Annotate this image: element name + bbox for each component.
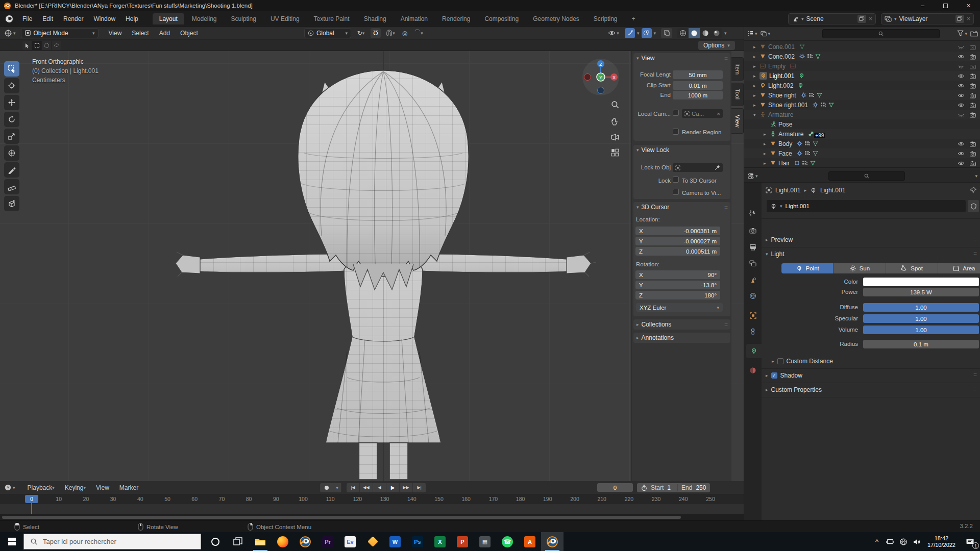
outliner-row-pose-8[interactable]: Pose — [744, 119, 980, 129]
mode-dropdown[interactable]: Object Mode ▾ — [21, 28, 99, 38]
properties-options-dropdown[interactable]: ▾ — [975, 173, 977, 179]
properties-tab-tool[interactable] — [744, 206, 762, 220]
clear-camera-icon[interactable]: × — [717, 111, 720, 117]
disable-in-renders-icon[interactable] — [969, 54, 976, 60]
tool-cursor-icon[interactable] — [4, 78, 19, 93]
viewport-canvas[interactable]: Front Orthographic (0) Collection | Ligh… — [0, 51, 744, 481]
jump-to-start-button[interactable]: |◀ — [347, 483, 360, 492]
taskbar-app-orange-app[interactable]: A — [519, 532, 541, 551]
expand-icon[interactable]: ▸ — [753, 44, 760, 49]
workspace-tab-animation[interactable]: Animation — [394, 13, 434, 24]
cursor-location-z[interactable]: Z0.000511 m — [635, 247, 720, 256]
taskbar-search-input[interactable]: Taper ici pour rechercher — [23, 534, 201, 549]
taskbar-app-blender-active[interactable] — [541, 532, 564, 551]
properties-tab-output[interactable] — [744, 240, 762, 254]
unlink-scene-icon[interactable]: × — [869, 15, 872, 22]
outliner-row-hair-12[interactable]: ▸Hair — [744, 158, 980, 168]
properties-tab-render[interactable] — [744, 223, 762, 238]
viewlayer-selector[interactable]: ▾ ViewLayer × — [881, 13, 974, 24]
tray-chevron-icon[interactable]: ^ — [870, 532, 884, 551]
menu-window[interactable]: Window — [88, 15, 120, 22]
current-frame-field[interactable]: 0 — [597, 483, 633, 492]
outliner-row-armature-9[interactable]: ▸Armature+99 — [744, 129, 980, 139]
options-dropdown[interactable]: Options▾ — [698, 41, 735, 50]
timeline-menu-view[interactable]: View — [91, 484, 114, 491]
expand-icon[interactable]: ▸ — [753, 73, 760, 79]
outliner-editor-type-button[interactable]: ▾ — [747, 30, 757, 37]
tray-network-icon[interactable] — [897, 532, 910, 551]
new-collection-button[interactable] — [970, 30, 978, 37]
breadcrumb-object[interactable]: Light.001 — [775, 187, 800, 194]
taskbar-clock[interactable]: 18:42 17/10/2022 — [923, 535, 960, 548]
workspace-tab-rendering[interactable]: Rendering — [435, 13, 477, 24]
scene-selector[interactable]: ▾ Scene × — [788, 13, 876, 24]
outliner-row-shoe-right-5[interactable]: ▸Shoe right — [744, 90, 980, 100]
hide-in-viewport-icon[interactable] — [958, 151, 965, 156]
taskbar-app-file-explorer[interactable] — [249, 532, 272, 551]
properties-tab-object[interactable] — [744, 308, 762, 322]
tool-rotate-icon[interactable] — [4, 112, 19, 127]
breadcrumb-data[interactable]: Light.001 — [820, 187, 845, 194]
cursor-rotation-y[interactable]: Y-13.8° — [635, 281, 720, 289]
lock-to-object-field[interactable] — [673, 163, 723, 172]
light-type-spot[interactable]: Spot — [886, 263, 938, 273]
properties-tab-texture[interactable] — [744, 363, 762, 378]
scrollbar-handle[interactable] — [2, 516, 681, 519]
clip-end-field[interactable]: 1000 m — [673, 91, 723, 99]
local-camera-field[interactable]: Ca... × — [682, 109, 723, 118]
gizmos-dropdown[interactable]: ▾ — [637, 31, 640, 36]
expand-icon[interactable]: ▸ — [753, 64, 760, 69]
outliner-row-body-10[interactable]: ▸Body — [744, 139, 980, 148]
cursor-location-x[interactable]: X-0.000381 m — [635, 227, 720, 235]
previous-keyframe-button[interactable]: ◀◀ — [360, 483, 373, 492]
local-camera-checkbox[interactable] — [673, 110, 679, 116]
hidden-in-viewport-icon[interactable] — [958, 44, 965, 49]
hide-in-viewport-icon[interactable] — [958, 83, 965, 88]
taskbar-app-cortana[interactable] — [204, 532, 227, 551]
playhead[interactable]: 0 — [25, 495, 38, 503]
pivot-point-dropdown[interactable]: ↻▾ — [353, 28, 369, 38]
properties-tab-world[interactable] — [744, 289, 762, 303]
cursor-rotation-x[interactable]: X90° — [635, 270, 720, 279]
tool-scale-icon[interactable] — [4, 129, 19, 144]
next-keyframe-button[interactable]: ▶▶ — [400, 483, 413, 492]
taskbar-app-yellow-app[interactable] — [361, 532, 384, 551]
tray-device-icon[interactable] — [884, 532, 897, 551]
play-reverse-button[interactable]: ◀ — [373, 483, 386, 492]
sidebar-tab-tool[interactable]: Tool — [731, 83, 744, 106]
proportional-editing-toggle[interactable]: ◎ — [400, 28, 409, 38]
timeline-ruler[interactable]: 0102030405060708090100110120130140150160… — [0, 494, 744, 504]
new-viewlayer-icon[interactable] — [955, 15, 964, 23]
tool-measure-icon[interactable] — [4, 179, 19, 194]
outliner-row-light-002-4[interactable]: ▸Light.002 — [744, 81, 980, 90]
properties-tab-light-data[interactable] — [746, 344, 762, 358]
workspace-tab-layout[interactable]: Layout — [153, 13, 184, 24]
workspace-tab-scripting[interactable]: Scripting — [587, 13, 624, 24]
disable-in-renders-icon[interactable] — [969, 112, 976, 118]
disable-in-renders-icon[interactable] — [969, 92, 976, 98]
shading-material-button[interactable] — [700, 28, 711, 38]
taskbar-app-excel[interactable]: X — [429, 532, 451, 551]
shadow-checkbox[interactable]: ✓ — [771, 372, 777, 379]
view-lock-header[interactable]: ▾View Lock — [633, 145, 730, 155]
properties-tab-view-layer[interactable] — [744, 256, 762, 270]
workspace-tab-sculpting[interactable]: Sculpting — [225, 13, 263, 24]
select-tweak-mode[interactable] — [22, 41, 32, 50]
expand-icon[interactable]: ▸ — [764, 132, 770, 137]
outliner-filter-button[interactable]: ▾ — [957, 30, 967, 37]
stopwatch-icon[interactable] — [641, 485, 647, 491]
workspace-tab-compositing[interactable]: Compositing — [478, 13, 525, 24]
disable-in-renders-icon[interactable] — [969, 44, 976, 50]
snap-toggle[interactable]: Ω — [371, 28, 381, 38]
hidden-in-viewport-icon[interactable] — [958, 112, 965, 117]
shading-dropdown[interactable]: ▾ — [724, 31, 727, 36]
disable-in-renders-icon[interactable] — [969, 83, 976, 89]
tool-select-box-icon[interactable] — [4, 61, 19, 77]
workspace-tab-geometry-nodes[interactable]: Geometry Nodes — [526, 13, 586, 24]
focal-length-field[interactable]: 50 mm — [673, 70, 723, 79]
expand-icon[interactable]: ▾ — [753, 112, 760, 117]
outliner-display-mode-button[interactable]: ▾ — [761, 31, 771, 37]
render-region-checkbox[interactable] — [673, 129, 679, 135]
workspace-tab-shading[interactable]: Shading — [357, 13, 393, 24]
camera-view-icon[interactable] — [610, 133, 620, 142]
